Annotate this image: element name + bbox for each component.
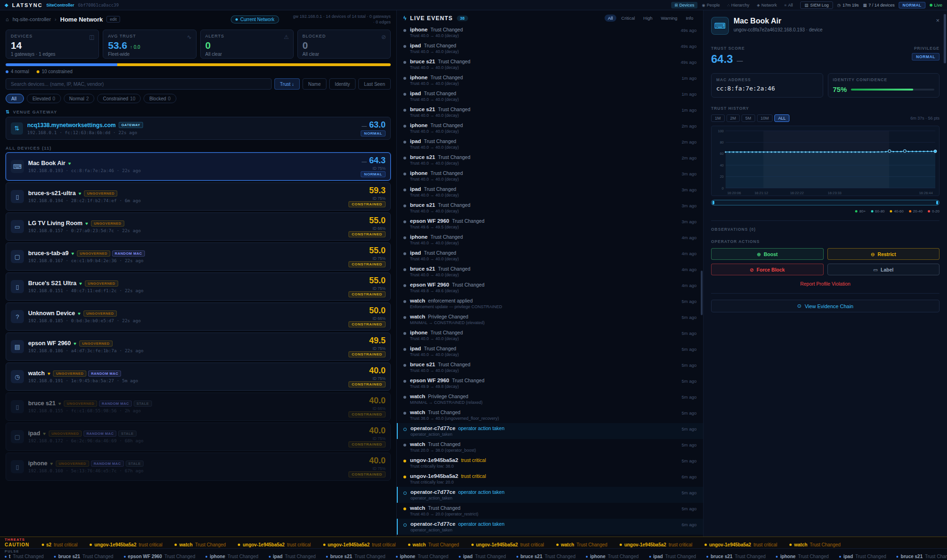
operator-action-button[interactable]: ⊕ Boost <box>711 248 824 260</box>
range-chip[interactable]: 5M <box>742 114 755 122</box>
device-row[interactable]: ◷ watch ♥ UNGOVERNEDRANDOM MAC 192.168.0… <box>6 363 391 391</box>
event-row[interactable]: watch Privilege Changed MINIMAL → CONSTR… <box>397 311 703 327</box>
operator-action-button[interactable]: ⊖ Restrict <box>827 248 940 260</box>
device-row[interactable]: ▯ bruce s21 ♥ UNGOVERNEDRANDOM MACSTALE … <box>6 393 391 421</box>
brush-left-handle[interactable] <box>712 201 714 204</box>
device-row[interactable]: ? Unknown Device ♥ UNGOVERNED 192.168.0.… <box>6 303 391 331</box>
svg-text:16:21:12: 16:21:12 <box>754 191 768 195</box>
event-row[interactable]: epson WF 2960 Trust Changed Trust 49.6 →… <box>397 216 703 232</box>
privilege-label: PRIVILEGE <box>912 46 939 51</box>
event-row[interactable]: iphone Trust Changed Trust 40.0 → 40.0 (… <box>397 24 703 40</box>
device-badge: UNGOVERNED <box>49 431 82 437</box>
event-row[interactable]: bruce s21 Trust Changed Trust 40.0 → 40.… <box>397 264 703 280</box>
pulse-source: bruce s21 <box>901 554 923 559</box>
window-scrollbar[interactable] <box>944 14 946 63</box>
event-severity-dot-icon <box>403 444 406 446</box>
event-row[interactable]: ipad Trust Changed Trust 40.0 → 40.0 (de… <box>397 343 703 359</box>
trust-history-brush[interactable] <box>711 200 939 205</box>
trust-history-chart: 02040608010016:20:0616:21:1216:22:2216:2… <box>711 126 939 196</box>
network-summary: gw 192.168.0.1 · 14 devices of 14 total … <box>283 14 391 25</box>
events-filter-tab[interactable]: Warning <box>658 15 681 22</box>
sort-button[interactable]: Trust ↓ <box>274 78 300 90</box>
filter-pill[interactable]: All <box>6 94 24 103</box>
breadcrumb-root[interactable]: hq-site-controller <box>13 16 51 22</box>
event-row[interactable]: ipad Trust Changed Trust 40.0 → 40.0 (de… <box>397 40 703 56</box>
events-filter-tab[interactable]: Critical <box>618 15 638 22</box>
device-row[interactable]: ▯ iphone ♥ UNGOVERNEDRANDOM MACSTALE 192… <box>6 453 391 481</box>
events-filter-tab[interactable]: Info <box>682 15 697 22</box>
sort-button[interactable]: Identity <box>329 78 356 90</box>
event-row[interactable]: watch enforcement applied Enforcement up… <box>397 295 703 311</box>
gateway-section-icon: ⇅ <box>6 109 10 114</box>
sort-button[interactable]: Name <box>303 78 326 90</box>
event-row[interactable]: bruce s21 Trust Changed Trust 40.0 → 40.… <box>397 152 703 168</box>
gateway-row[interactable]: ⇅ ncq1338.mynetworksettings.com GATEWAY … <box>6 117 391 140</box>
device-row[interactable]: ▯ Bruce's S21 Ultra ♥ UNGOVERNED 192.168… <box>6 272 391 301</box>
view-evidence-chain-button[interactable]: ⊙ View Evidence Chain <box>711 300 939 312</box>
event-row[interactable]: operator-c7d77ce operator action taken o… <box>397 423 703 439</box>
device-row[interactable]: ▢ ipad ♥ UNGOVERNEDRANDOM MACSTALE 192.1… <box>6 423 391 451</box>
event-row[interactable]: watch Trust Changed Trust 38.0 → 40.0 (u… <box>397 407 703 423</box>
event-row[interactable]: iphone Trust Changed Trust 40.0 → 40.0 (… <box>397 327 703 343</box>
event-detail: operator_action_taken <box>410 432 697 437</box>
operator-action-button[interactable]: ▭ Label <box>827 264 940 275</box>
brush-right-handle[interactable] <box>936 201 938 204</box>
event-detail: Trust 20.0 → 38.0 (operator_boost) <box>410 448 697 453</box>
filter-pill[interactable]: Elevated 0 <box>27 94 61 103</box>
event-row[interactable]: ungov-1e945ba5a2 trust critical Trust cr… <box>397 455 703 471</box>
event-row[interactable]: iphone Trust Changed Trust 40.0 → 40.0 (… <box>397 120 703 136</box>
threat-dot-icon <box>42 544 44 546</box>
device-row[interactable]: ▢ bruce-s-tab-a9 ♥ UNGOVERNEDRANDOM MAC … <box>6 242 391 271</box>
event-row[interactable]: bruce s21 Trust Changed Trust 40.0 → 40.… <box>397 200 703 216</box>
event-row[interactable]: ipad Trust Changed Trust 40.0 → 40.0 (de… <box>397 88 703 104</box>
filter-pill[interactable]: Normal 2 <box>64 94 95 103</box>
operator-action-icon: ⊖ <box>871 251 875 257</box>
event-row[interactable]: ungov-1e945ba5a2 trust critical Trust cr… <box>397 471 703 487</box>
events-filter-tab[interactable]: High <box>640 15 656 22</box>
event-row[interactable]: operator-c7d77ce operator action taken o… <box>397 487 703 503</box>
siem-log-button[interactable]: ▤ SIEM Log <box>800 1 833 9</box>
threat-action: Trust Changed <box>810 542 841 547</box>
device-icon: ◷ <box>11 370 24 383</box>
topbar-nav-button[interactable]: ∴ Hierarchy <box>724 2 753 8</box>
gateway-name[interactable]: ncq1338.mynetworksettings.com <box>27 122 116 129</box>
event-row[interactable]: ipad Trust Changed Trust 40.0 → 40.0 (de… <box>397 248 703 264</box>
event-row[interactable]: watch Trust Changed Trust 20.0 → 38.0 (o… <box>397 439 703 455</box>
device-row[interactable]: ▤ epson WF 2960 ♥ UNGOVERNED 192.168.0.1… <box>6 333 391 361</box>
range-chip[interactable]: 1M <box>711 114 725 122</box>
event-row[interactable]: ipad Trust Changed Trust 40.0 → 40.0 (de… <box>397 136 703 152</box>
topbar-nav-button[interactable]: ⊞ Devices <box>671 2 697 8</box>
events-scrollbar[interactable] <box>701 271 703 315</box>
event-row[interactable]: iphone Trust Changed Trust 40.0 → 40.0 (… <box>397 232 703 248</box>
event-row[interactable]: epson WF 2960 Trust Changed Trust 49.8 →… <box>397 280 703 295</box>
filter-pill[interactable]: Constrained 10 <box>97 94 141 103</box>
filter-pill[interactable]: Blocked 0 <box>144 94 176 103</box>
event-row[interactable]: watch Privilege Changed MINIMAL → CONSTR… <box>397 391 703 407</box>
operator-action-button[interactable]: ⊘ Force Block <box>711 264 824 275</box>
range-chip[interactable]: 2M <box>727 114 740 122</box>
search-input[interactable] <box>6 78 272 90</box>
topbar-nav-button[interactable]: ≡ All <box>781 2 796 8</box>
event-row[interactable]: iphone Trust Changed Trust 40.0 → 40.0 (… <box>397 72 703 88</box>
event-source: bruce s21 <box>410 154 435 160</box>
event-row[interactable]: bruce s21 Trust Changed Trust 40.0 → 40.… <box>397 104 703 120</box>
event-row[interactable]: bruce s21 Trust Changed Trust 40.0 → 40.… <box>397 359 703 375</box>
event-row[interactable]: iphone Trust Changed Trust 40.0 → 40.0 (… <box>397 168 703 184</box>
event-row[interactable]: bruce s21 Trust Changed Trust 40.0 → 40.… <box>397 56 703 72</box>
device-row[interactable]: ⌨ Mac Book Air ♥ 192.168.0.193 · cc:8:fa… <box>6 152 391 181</box>
device-row[interactable]: ▭ LG TV Living Room ♥ UNGOVERNED 192.168… <box>6 212 391 241</box>
edit-network-button[interactable]: edit <box>106 16 120 23</box>
event-row[interactable]: watch Trust Changed Trust 40.0 → 20.0 (o… <box>397 503 703 519</box>
sort-button[interactable]: Last Seen <box>358 78 391 90</box>
event-row[interactable]: operator-c7d77ce operator action taken o… <box>397 519 703 535</box>
report-violation-link[interactable]: Report Profile Violation <box>800 281 850 287</box>
events-filter-tab[interactable]: All <box>605 15 616 22</box>
event-row[interactable]: epson WF 2960 Trust Changed Trust 49.9 →… <box>397 375 703 391</box>
range-chip[interactable]: 10M <box>757 114 773 122</box>
range-chip[interactable]: ALL <box>774 114 789 122</box>
close-icon[interactable]: × <box>936 17 939 24</box>
topbar-nav-button[interactable]: ◉ People <box>698 2 723 8</box>
event-row[interactable]: ipad Trust Changed Trust 40.0 → 40.0 (de… <box>397 184 703 200</box>
device-row[interactable]: ▯ bruce-s-s21-ultra ♥ UNGOVERNED 192.168… <box>6 182 391 211</box>
topbar-nav-button[interactable]: ◈ Network <box>754 2 780 8</box>
